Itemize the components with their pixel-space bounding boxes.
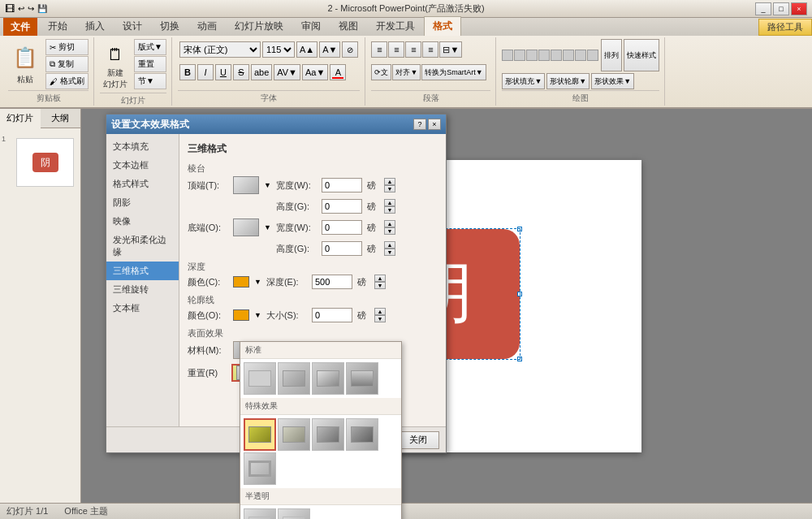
- contour-down[interactable]: ▼: [374, 315, 386, 322]
- underline-button[interactable]: U: [215, 64, 231, 80]
- tab-path-tools[interactable]: 路径工具: [758, 19, 812, 36]
- reset-button[interactable]: 重置: [134, 56, 166, 72]
- minimize-button[interactable]: _: [755, 2, 771, 15]
- shape-item[interactable]: [563, 50, 574, 61]
- align-right-button[interactable]: ≡: [405, 41, 421, 58]
- bottom-bevel-preview[interactable]: [233, 218, 259, 236]
- sidebar-3d-format[interactable]: 三维格式: [106, 262, 179, 280]
- shape-item[interactable]: [538, 50, 550, 61]
- tab-view[interactable]: 视图: [330, 16, 367, 36]
- dialog-help-button[interactable]: ?: [413, 119, 426, 130]
- tab-review[interactable]: 审阅: [292, 16, 330, 36]
- handle-bottom-right[interactable]: [517, 357, 522, 361]
- contour-size-input[interactable]: [312, 308, 352, 322]
- tab-design[interactable]: 设计: [114, 16, 151, 36]
- sidebar-3d-rotation[interactable]: 三维旋转: [106, 280, 179, 299]
- bottom-width-down[interactable]: ▼: [384, 227, 395, 235]
- top-width-input[interactable]: [322, 178, 362, 192]
- sidebar-format-style[interactable]: 格式样式: [106, 175, 179, 193]
- maximize-button[interactable]: □: [773, 2, 789, 15]
- contour-color-swatch[interactable]: [233, 309, 249, 321]
- top-width-up[interactable]: ▲: [384, 178, 395, 185]
- font-family-select[interactable]: 宋体 (正文): [179, 41, 261, 58]
- shadow-button[interactable]: abe: [251, 64, 272, 80]
- lighting-preview[interactable]: [326, 341, 357, 359]
- dropdown-arrow-top[interactable]: ▼: [264, 181, 271, 189]
- dialog-close-button[interactable]: ×: [428, 119, 441, 130]
- depth-down[interactable]: ▼: [374, 282, 386, 289]
- sidebar-shadow[interactable]: 阴影: [106, 193, 179, 212]
- font-case-button[interactable]: Aa▼: [302, 64, 328, 80]
- arrange-button[interactable]: 排列: [601, 39, 622, 71]
- sidebar-reflection[interactable]: 映像: [106, 212, 179, 231]
- new-slide-button[interactable]: 🗒 新建幻灯片: [100, 39, 131, 93]
- tab-home[interactable]: 开始: [39, 16, 76, 36]
- italic-button[interactable]: I: [197, 64, 214, 80]
- shape-effect-button[interactable]: 形状效果▼: [591, 73, 634, 89]
- paste-button[interactable]: 📋 粘贴: [8, 39, 42, 88]
- quick-styles-button[interactable]: 快速样式: [624, 39, 659, 71]
- text-effect-dialog[interactable]: 设置文本效果格式 ? × 文本填充 文本边框 格式样式 阴影 映像 发光和柔化边…: [106, 114, 447, 453]
- bottom-height-down[interactable]: ▼: [384, 249, 395, 256]
- increase-font-button[interactable]: A▲: [296, 41, 317, 58]
- handle-top-right[interactable]: [517, 227, 522, 231]
- section-button[interactable]: 节▼: [134, 73, 166, 89]
- bottom-width-up[interactable]: ▲: [384, 220, 395, 227]
- shape-item[interactable]: [575, 50, 586, 61]
- contour-up[interactable]: ▲: [374, 308, 386, 315]
- depth-up[interactable]: ▲: [374, 275, 386, 282]
- tab-slideshow[interactable]: 幻灯片放映: [226, 16, 292, 36]
- top-height-down[interactable]: ▼: [384, 206, 395, 214]
- close-dialog-button[interactable]: 关闭: [397, 431, 439, 449]
- layout-button[interactable]: 版式▼: [134, 39, 166, 55]
- quick-access-undo[interactable]: ↩: [18, 4, 24, 13]
- format-painter-button[interactable]: 🖌格式刷: [45, 73, 89, 89]
- font-size-select[interactable]: 115: [262, 41, 295, 58]
- shape-fill-button[interactable]: 形状填充▼: [502, 73, 545, 89]
- shape-item[interactable]: [551, 50, 562, 61]
- slide-thumbnail[interactable]: 阴: [16, 138, 74, 187]
- shape-item[interactable]: [526, 50, 538, 61]
- columns-button[interactable]: ⊟▼: [439, 41, 462, 58]
- sidebar-glow-soft[interactable]: 发光和柔化边缘: [106, 231, 179, 262]
- depth-value-input[interactable]: [312, 275, 352, 289]
- copy-button[interactable]: ⧉复制: [45, 56, 89, 72]
- tab-developer[interactable]: 开发工具: [367, 16, 424, 36]
- lighting-dropdown-arrow[interactable]: ▼: [362, 346, 369, 354]
- quick-access-save[interactable]: 💾: [37, 4, 47, 13]
- clear-format-button[interactable]: ⊘: [342, 41, 358, 58]
- bottom-width-input[interactable]: [322, 220, 362, 235]
- align-left-button[interactable]: ≡: [371, 41, 387, 58]
- strikethrough-button[interactable]: S: [233, 64, 249, 80]
- handle-middle-right[interactable]: [517, 292, 522, 296]
- justify-button[interactable]: ≡: [422, 41, 438, 58]
- align-text-button[interactable]: 对齐▼: [392, 64, 421, 80]
- dropdown-arrow-bottom[interactable]: ▼: [264, 223, 271, 231]
- quick-access-redo[interactable]: ↪: [28, 4, 34, 13]
- top-bevel-preview[interactable]: [233, 176, 259, 194]
- tab-format[interactable]: 格式: [424, 16, 461, 36]
- slides-tab-outline[interactable]: 大纲: [41, 109, 81, 128]
- top-height-up[interactable]: ▲: [384, 199, 395, 206]
- reset-material-btn2[interactable]: [266, 364, 296, 382]
- tab-transitions[interactable]: 切换: [151, 16, 188, 36]
- contour-color-dropdown[interactable]: ▼: [254, 311, 261, 319]
- sidebar-textbox[interactable]: 文本框: [106, 299, 179, 318]
- reset-material-btn4[interactable]: [334, 364, 365, 382]
- shape-item[interactable]: [514, 50, 525, 61]
- material-preview[interactable]: [233, 341, 264, 359]
- material-dropdown-arrow[interactable]: ▼: [269, 346, 276, 354]
- decrease-font-button[interactable]: A▼: [319, 41, 340, 58]
- spacing-button[interactable]: AV▼: [274, 64, 300, 80]
- reset-material-button[interactable]: [231, 364, 262, 382]
- shape-item[interactable]: [502, 50, 513, 61]
- bottom-height-input[interactable]: [322, 241, 362, 256]
- text-direction-button[interactable]: ⟳文: [371, 64, 391, 80]
- font-color-button[interactable]: A: [330, 64, 346, 80]
- align-center-button[interactable]: ≡: [388, 41, 404, 58]
- tab-insert[interactable]: 插入: [76, 16, 114, 36]
- depth-color-dropdown[interactable]: ▼: [254, 278, 261, 286]
- top-width-down[interactable]: ▼: [384, 185, 395, 192]
- shape-item[interactable]: [587, 50, 598, 61]
- bottom-height-up[interactable]: ▲: [384, 241, 395, 249]
